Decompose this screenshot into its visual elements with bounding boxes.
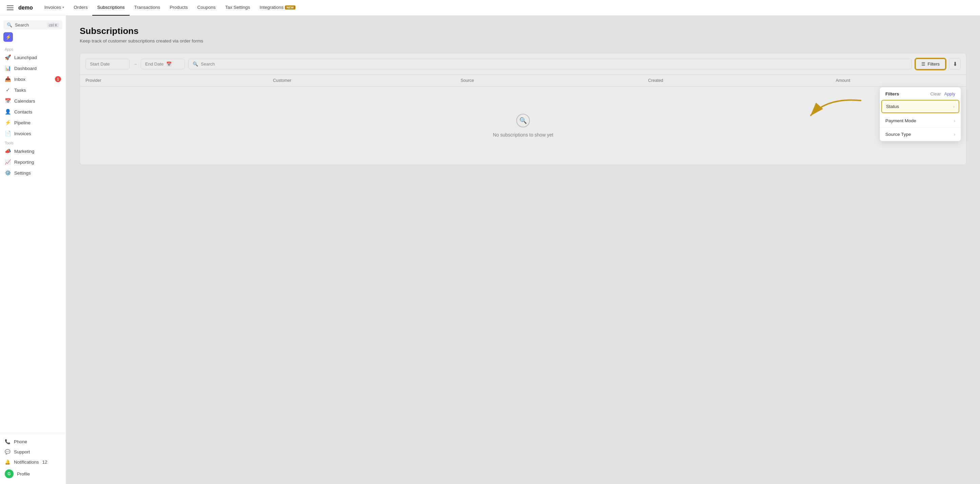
nav-item-tax-settings[interactable]: Tax Settings xyxy=(221,0,255,16)
sidebar-item-profile[interactable]: G Profile xyxy=(0,467,66,481)
clear-filters-button[interactable]: Clear xyxy=(930,91,941,96)
empty-message: No subscriptions to show yet xyxy=(493,132,553,137)
col-customer: Customer xyxy=(273,78,461,83)
search-shortcut: ctrl K xyxy=(47,23,59,27)
end-date-input[interactable]: End Date 📅 xyxy=(141,59,185,69)
download-icon: ⬇ xyxy=(953,61,957,67)
filters-panel-title: Filters xyxy=(885,91,899,96)
sidebar-item-support[interactable]: 💬 Support xyxy=(0,447,66,457)
col-provider: Provider xyxy=(86,78,273,83)
top-nav: demo Invoices ▾ Orders Subscriptions Tra… xyxy=(0,0,980,16)
caret-icon: ▾ xyxy=(62,5,64,9)
search-bar[interactable]: 🔍 Search xyxy=(188,59,912,69)
col-source: Source xyxy=(461,78,648,83)
calendar-icon: 📅 xyxy=(166,61,172,67)
sidebar-item-dashboard[interactable]: 📊 Dashboard xyxy=(0,63,66,74)
filter-source-type[interactable]: Source Type › xyxy=(880,127,961,141)
app-logo: demo xyxy=(18,5,33,11)
inbox-badge: 1 xyxy=(55,76,61,82)
notifications-icon: 🔔 xyxy=(5,459,11,465)
subscriptions-table: Provider Customer Source Created Amount … xyxy=(80,74,966,165)
sidebar-bottom: 📞 Phone 💬 Support 🔔 Notifications 12 G P… xyxy=(0,433,66,481)
sidebar-item-invoices[interactable]: 📄 Invoices xyxy=(0,128,66,139)
launchpad-icon: 🚀 xyxy=(5,54,11,61)
search-icon: 🔍 xyxy=(7,22,12,27)
chevron-right-icon: › xyxy=(953,104,955,109)
search-empty-icon: 🔍 xyxy=(516,114,530,127)
filters-button[interactable]: ☰ Filters xyxy=(915,58,946,70)
filter-lines-icon: ☰ xyxy=(921,61,925,67)
chevron-right-icon: › xyxy=(954,132,955,137)
top-nav-items: Invoices ▾ Orders Subscriptions Transact… xyxy=(40,0,973,16)
tasks-icon: ✓ xyxy=(5,87,11,93)
page-title: Subscriptions xyxy=(80,26,966,36)
invoices-icon: 📄 xyxy=(5,131,11,137)
support-icon: 💬 xyxy=(5,449,11,454)
filter-bar: Start Date → End Date 📅 🔍 Search ☰ Filte… xyxy=(80,53,966,74)
pipeline-icon: ⚡ xyxy=(5,120,11,126)
dashboard-icon: 📊 xyxy=(5,65,11,71)
date-range-arrow: → xyxy=(133,61,137,67)
reporting-icon: 📈 xyxy=(5,159,11,165)
sidebar: 🔍 Search ctrl K ⚡ Apps 🚀 Launchpad 📊 Das… xyxy=(0,16,66,484)
filter-payment-mode[interactable]: Payment Mode › xyxy=(880,114,961,127)
table-empty-state: 🔍 No subscriptions to show yet xyxy=(80,86,966,165)
sidebar-item-calendars[interactable]: 📅 Calendars xyxy=(0,96,66,106)
chevron-right-icon: › xyxy=(954,118,955,123)
avatar: G xyxy=(5,470,14,478)
filter-status[interactable]: Status › xyxy=(881,100,959,113)
nav-item-integrations[interactable]: Integrations New xyxy=(255,0,300,16)
sidebar-item-inbox[interactable]: 📥 Inbox 1 xyxy=(0,74,66,85)
apply-filters-button[interactable]: Apply xyxy=(944,91,955,96)
start-date-input[interactable]: Start Date xyxy=(86,59,130,69)
sidebar-item-phone[interactable]: 📞 Phone xyxy=(0,436,66,447)
nav-item-coupons[interactable]: Coupons xyxy=(192,0,221,16)
section-label-tools: Tools xyxy=(0,139,66,146)
new-badge: New xyxy=(285,5,296,10)
nav-item-products[interactable]: Products xyxy=(165,0,192,16)
main-content: Subscriptions Keep track of customer sub… xyxy=(66,16,980,484)
sidebar-item-tasks[interactable]: ✓ Tasks xyxy=(0,85,66,96)
notifications-badge: 12 xyxy=(42,460,48,465)
sidebar-item-reporting[interactable]: 📈 Reporting xyxy=(0,157,66,168)
settings-icon: ⚙️ xyxy=(5,170,11,176)
sidebar-item-contacts[interactable]: 👤 Contacts xyxy=(0,106,66,117)
sidebar-item-marketing[interactable]: 📣 Marketing xyxy=(0,146,66,157)
sidebar-item-notifications[interactable]: 🔔 Notifications 12 xyxy=(0,457,66,467)
filters-header: Filters Clear Apply xyxy=(880,87,961,99)
page-subtitle: Keep track of customer subscriptions cre… xyxy=(80,38,966,43)
nav-item-subscriptions[interactable]: Subscriptions xyxy=(92,0,129,16)
sidebar-item-launchpad[interactable]: 🚀 Launchpad xyxy=(0,52,66,63)
nav-item-transactions[interactable]: Transactions xyxy=(130,0,165,16)
download-button[interactable]: ⬇ xyxy=(949,58,961,70)
col-created: Created xyxy=(648,78,836,83)
bolt-button[interactable]: ⚡ xyxy=(3,32,13,42)
app-body: 🔍 Search ctrl K ⚡ Apps 🚀 Launchpad 📊 Das… xyxy=(0,16,980,484)
filters-dropdown: Filters Clear Apply Status › Payment Mod… xyxy=(880,87,961,141)
inbox-icon: 📥 xyxy=(5,76,11,82)
nav-item-invoices[interactable]: Invoices ▾ xyxy=(40,0,69,16)
phone-icon: 📞 xyxy=(5,439,11,444)
contacts-icon: 👤 xyxy=(5,109,11,115)
filters-actions: Clear Apply xyxy=(930,91,955,96)
marketing-icon: 📣 xyxy=(5,148,11,154)
hamburger-icon[interactable] xyxy=(7,5,14,11)
sidebar-item-pipeline[interactable]: ⚡ Pipeline xyxy=(0,117,66,128)
search-bar-icon: 🔍 xyxy=(192,61,198,67)
table-header: Provider Customer Source Created Amount xyxy=(80,75,966,86)
col-amount: Amount xyxy=(835,78,961,83)
sidebar-search-button[interactable]: 🔍 Search ctrl K xyxy=(3,21,62,30)
section-label-apps: Apps xyxy=(0,45,66,52)
sidebar-item-settings[interactable]: ⚙️ Settings xyxy=(0,168,66,178)
nav-item-orders[interactable]: Orders xyxy=(69,0,92,16)
calendars-icon: 📅 xyxy=(5,98,11,104)
